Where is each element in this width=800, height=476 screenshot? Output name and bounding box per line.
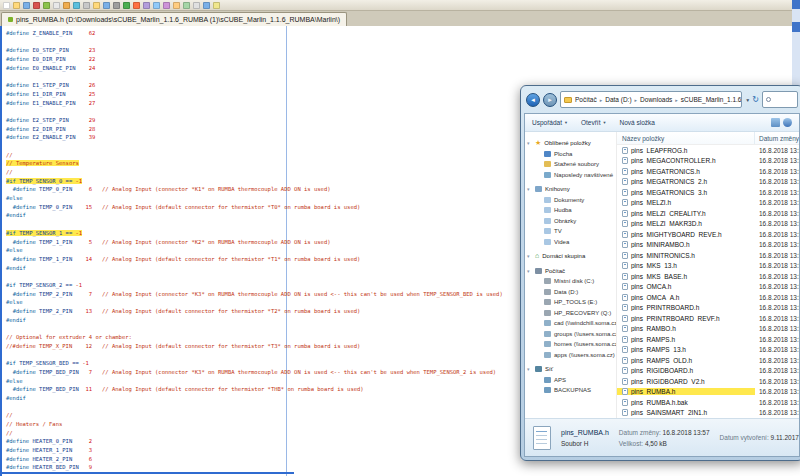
- file-row[interactable]: pins_MKS_13.h16.8.2018 13:57: [617, 261, 799, 272]
- toolbar-icon[interactable]: [113, 2, 120, 9]
- file-row[interactable]: pins_RAMPS.h16.8.2018 13:57: [617, 334, 799, 345]
- toolbar-icon[interactable]: [163, 2, 170, 9]
- breadcrumb[interactable]: Počítač▸Data (D:)▸Downloads▸sCUBE_Marlin…: [560, 91, 742, 108]
- toolbar-icon[interactable]: [193, 2, 200, 9]
- sidebar-item-m-stn-disk-c[interactable]: Místní disk (C:): [525, 276, 616, 287]
- file-row[interactable]: pins_PRINTRBOARD.h16.8.2018 13:57: [617, 303, 799, 314]
- breadcrumb-segment[interactable]: Počítač: [575, 96, 597, 103]
- sidebar-item-sta-en-soubory[interactable]: Stažené soubory: [525, 159, 616, 170]
- file-row[interactable]: pins_MINITRONICS.h16.8.2018 13:57: [617, 250, 799, 261]
- toolbar-icon[interactable]: [53, 2, 60, 9]
- organize-button[interactable]: Uspořádat ▼: [532, 119, 568, 126]
- sidebar-item-hudba[interactable]: Hudba: [525, 205, 616, 216]
- file-row[interactable]: pins_PRINTRBOARD_REVF.h16.8.2018 13:57: [617, 313, 799, 324]
- toolbar-icon[interactable]: [23, 2, 30, 9]
- file-row[interactable]: pins_MEGATRONICS.h16.8.2018 13:57: [617, 166, 799, 177]
- sidebar-item-hp-tools-e[interactable]: HP_TOOLS (E:): [525, 297, 616, 308]
- new-folder-button[interactable]: Nová složka: [619, 119, 654, 126]
- toolbar-icon[interactable]: [133, 2, 140, 9]
- toolbar-icon[interactable]: [103, 2, 110, 9]
- file-row[interactable]: pins_RIGIDBOARD.h16.8.2018 13:57: [617, 366, 799, 377]
- toolbar-icon[interactable]: [43, 2, 50, 9]
- sidebar-item-groups-users-soma-cz[interactable]: groups (\\users.soma.cz): [525, 329, 616, 340]
- search-input[interactable]: [762, 91, 798, 108]
- file-row[interactable]: pins_MINIRAMBO.h16.8.2018 13:57: [617, 240, 799, 251]
- created-value: 9.11.2017 18:29: [771, 434, 800, 441]
- sidebar-item-tv[interactable]: TV: [525, 226, 616, 237]
- file-row[interactable]: pins_MELZI_MAKR3D.h16.8.2018 13:57: [617, 219, 799, 230]
- column-header-modified[interactable]: Datum změny: [755, 132, 799, 144]
- sidebar-item-hp-recovery-q[interactable]: HP_RECOVERY (Q:): [525, 308, 616, 319]
- toolbar-icon[interactable]: [183, 2, 190, 9]
- file-row[interactable]: pins_RAMPS_13.h16.8.2018 13:57: [617, 345, 799, 356]
- forward-button[interactable]: ►: [543, 93, 557, 107]
- file-row[interactable]: pins_MEGACONTROLLER.h16.8.2018 13:57: [617, 156, 799, 167]
- toolbar-icon[interactable]: [63, 2, 70, 9]
- toolbar-icon[interactable]: [13, 2, 20, 9]
- file-row[interactable]: pins_RUMBA.h.bak16.8.2018 13:57: [617, 397, 799, 408]
- help-icon[interactable]: [783, 118, 792, 127]
- breadcrumb-segment[interactable]: Downloads: [640, 96, 672, 103]
- toolbar-icon[interactable]: [83, 2, 90, 9]
- toolbar-icon[interactable]: [93, 2, 100, 9]
- file-row[interactable]: pins_SAINSMART_2IN1.h16.8.2018 13:57: [617, 408, 799, 419]
- file-row[interactable]: pins_OMCA.h16.8.2018 13:57: [617, 282, 799, 293]
- file-row[interactable]: pins_MELZI_CREALITY.h16.8.2018 13:57: [617, 208, 799, 219]
- sidebar-item-po-ta[interactable]: ▾Počítač: [525, 266, 616, 277]
- file-row[interactable]: pins_RAMPS_OLD.h16.8.2018 13:57: [617, 355, 799, 366]
- toolbar-icon[interactable]: [33, 2, 40, 9]
- sidebar-item-dokumenty[interactable]: Dokumenty: [525, 195, 616, 206]
- sidebar-item-homes-users-soma-cz[interactable]: homes (\\users.soma.cz): [525, 339, 616, 350]
- sidebar-item-obl-ben-polo-ky[interactable]: ▾★Oblíbené položky: [525, 138, 616, 149]
- file-row[interactable]: pins_RAMBO.h16.8.2018 13:57: [617, 324, 799, 335]
- scrollbar-thumb[interactable]: [792, 22, 800, 32]
- sidebar-item-obr-zky[interactable]: Obrázky: [525, 216, 616, 227]
- file-row[interactable]: pins_RUMBA.h16.8.2018 13:57: [617, 387, 799, 398]
- column-header-name[interactable]: Název položky: [617, 132, 755, 144]
- toolbar-icon[interactable]: [73, 2, 80, 9]
- sidebar-item-videa[interactable]: Videa: [525, 237, 616, 248]
- sidebar-item-s[interactable]: ▾Síť: [525, 364, 616, 375]
- editor-tab[interactable]: pins_RUMBA.h (D:\Downloads\sCUBE_Marlin_…: [1, 12, 347, 26]
- sidebar-item-naposledy-nav-t-ven[interactable]: Naposledy navštívené: [525, 170, 616, 181]
- chevron-down-icon: ▼: [564, 120, 568, 125]
- toolbar-icon[interactable]: [173, 2, 180, 9]
- toolbar-icon[interactable]: [153, 2, 160, 9]
- file-row[interactable]: pins_RIGIDBOARD_V2.h16.8.2018 13:57: [617, 376, 799, 387]
- sidebar-item-plocha[interactable]: Plocha: [525, 149, 616, 160]
- file-row[interactable]: pins_MIGHTYBOARD_REVE.h16.8.2018 13:57: [617, 229, 799, 240]
- file-name: pins_MEGACONTROLLER.h: [631, 157, 716, 164]
- sidebar-item-data-d[interactable]: Data (D:): [525, 287, 616, 298]
- scroll-up-icon[interactable]: [792, 0, 800, 9]
- file-row[interactable]: pins_MEGATRONICS_2.h16.8.2018 13:57: [617, 177, 799, 188]
- open-button[interactable]: Otevřít ▼: [581, 119, 606, 126]
- breadcrumb-segment[interactable]: sCUBE_Marlin_1.1.6_RUMBA (1): [681, 96, 743, 103]
- sidebar-item-dom-c-skupina[interactable]: ▾⌂Domácí skupina: [525, 251, 616, 262]
- sidebar-item-aps[interactable]: APS: [525, 375, 616, 386]
- file-row[interactable]: pins_OMCA_A.h16.8.2018 13:57: [617, 292, 799, 303]
- expander-icon: ▾: [527, 268, 532, 274]
- toolbar-icon[interactable]: [123, 2, 130, 9]
- chevron-down-icon[interactable]: ▼: [745, 97, 750, 103]
- sidebar-item-backupnas[interactable]: BACKUPNAS: [525, 385, 616, 396]
- sidebar-item-knihovny[interactable]: ▾Knihovny: [525, 184, 616, 195]
- breadcrumb-segment[interactable]: Data (D:): [605, 96, 631, 103]
- toolbar-icon[interactable]: [213, 2, 220, 9]
- sidebar-item-cad-windchill-soma-cz[interactable]: cad (\\windchill.soma.cz): [525, 318, 616, 329]
- toolbar-icon[interactable]: [143, 2, 150, 9]
- file-row[interactable]: pins_LEAPFROG.h16.8.2018 13:57: [617, 145, 799, 156]
- file-row[interactable]: pins_MKS_BASE.h16.8.2018 13:57: [617, 271, 799, 282]
- refresh-icon[interactable]: ↻: [752, 95, 759, 104]
- file-name: pins_SAINSMART_2IN1.h: [631, 409, 707, 416]
- back-button[interactable]: ◄: [526, 93, 540, 107]
- change-view-icon[interactable]: [771, 118, 780, 127]
- drive-icon: [544, 310, 551, 316]
- file-icon: [622, 315, 628, 322]
- toolbar-icon[interactable]: [3, 2, 10, 9]
- sidebar-item-apps-users-soma-cz[interactable]: apps (\\users.soma.cz): [525, 350, 616, 361]
- toolbar-icon[interactable]: [203, 2, 210, 9]
- file-row[interactable]: pins_MEGATRONICS_3.h16.8.2018 13:57: [617, 187, 799, 198]
- file-name-cell: pins_RAMPS_OLD.h: [617, 357, 755, 364]
- file-row[interactable]: pins_MELZI.h16.8.2018 13:57: [617, 198, 799, 209]
- editor-scrollbar[interactable]: [792, 0, 800, 85]
